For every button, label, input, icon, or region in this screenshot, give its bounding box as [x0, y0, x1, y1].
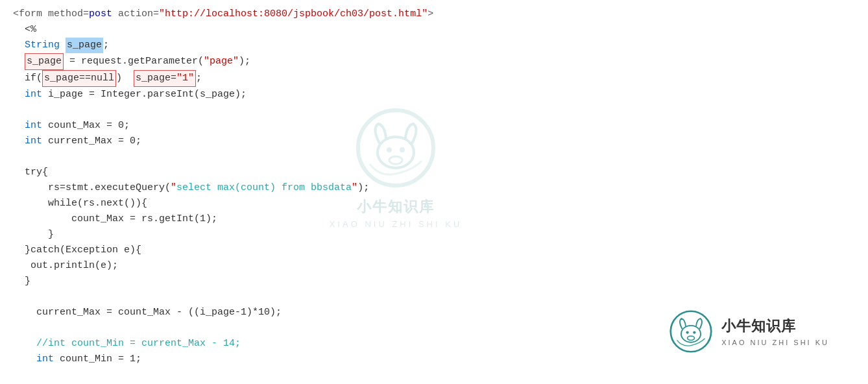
logo-main-text: 小牛知识库 [721, 315, 829, 337]
form-tag-line: <form method=post action="http://localho… [13, 6, 855, 22]
s-page-box2: s_page==null [42, 70, 116, 87]
code-line-9 [13, 149, 855, 165]
svg-point-7 [686, 331, 689, 333]
logo-corner: 小牛知识库 XIAO NIU ZHI SHI KU [668, 309, 829, 354]
code-line-8: int current_Max = 0; [13, 134, 855, 149]
s-page-box1: s_page [25, 53, 64, 70]
s-page-box3: s_page="1" [134, 70, 196, 87]
code-line-16: out.println(e); [13, 258, 855, 274]
code-line-14: } [13, 227, 855, 243]
code-line-12: while(rs.next()){ [13, 196, 855, 211]
code-line-10: try{ [13, 165, 855, 180]
code-line-2: String s_page; [13, 38, 855, 53]
svg-point-8 [693, 331, 695, 333]
logo-icon [668, 309, 714, 354]
code-line-15: }catch(Exception e){ [13, 243, 855, 258]
logo-sub-text: XIAO NIU ZHI SHI KU [721, 337, 829, 349]
code-line-4: if(s_page==null) s_page="1"; [13, 70, 855, 87]
code-line-11: rs=stmt.executeQuery("select max(count) … [13, 180, 855, 196]
code-line-13: count_Max = rs.getInt(1); [13, 211, 855, 227]
code-line-18 [13, 289, 855, 305]
svg-point-9 [688, 336, 695, 340]
code-line-5: int i_page = Integer.parseInt(s_page); [13, 87, 855, 102]
s-page-highlight: s_page [66, 38, 103, 53]
code-line-17: } [13, 274, 855, 289]
logo-text-block: 小牛知识库 XIAO NIU ZHI SHI KU [721, 315, 829, 349]
code-line-7: int count_Max = 0; [13, 118, 855, 134]
code-line-1: <% [13, 22, 855, 38]
code-line-3: s_page = request.getParameter("page"); [13, 53, 855, 70]
code-line-6 [13, 102, 855, 118]
